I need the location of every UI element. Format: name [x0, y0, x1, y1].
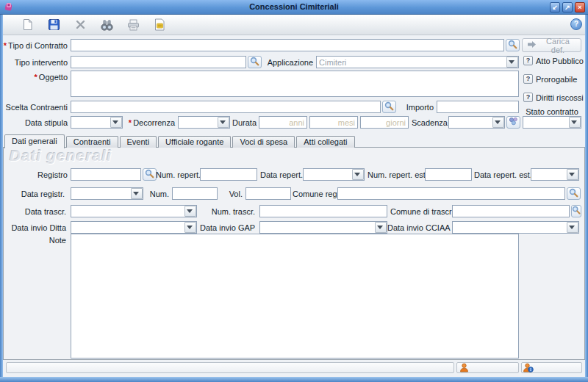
- stato-contratto-label: Stato contratto: [523, 107, 581, 116]
- oggetto-textarea[interactable]: [71, 71, 519, 97]
- vol-input[interactable]: [245, 187, 291, 200]
- data-invio-cciaa-input[interactable]: [452, 221, 579, 234]
- chevron-down-icon[interactable]: [569, 117, 581, 128]
- num-repert-label: Num. repert.: [156, 170, 197, 179]
- chevron-down-icon[interactable]: [375, 222, 387, 233]
- tab-ufficiale-rogante[interactable]: Ufficiale rogante: [158, 136, 231, 148]
- window-border-right: [585, 15, 588, 382]
- data-repert-combo[interactable]: [303, 168, 365, 181]
- delete-x-icon: [75, 19, 86, 32]
- comune-reg-label: Comune reg.: [293, 190, 334, 198]
- tab-atti-collegati[interactable]: Atti collegati: [296, 136, 354, 148]
- num-input[interactable]: [172, 187, 218, 200]
- stato-contratto-combo[interactable]: [523, 116, 581, 129]
- magnifier-icon: [250, 57, 259, 68]
- durata-mesi-input[interactable]: [309, 116, 358, 129]
- num-trascr-input[interactable]: [259, 205, 387, 217]
- panel-watermark: Dati generali: [10, 147, 112, 165]
- num-repert-input[interactable]: [200, 168, 257, 181]
- data-invio-cciaa-combo[interactable]: [452, 221, 579, 234]
- importo-input[interactable]: [437, 101, 519, 113]
- find-button[interactable]: [96, 17, 117, 35]
- chevron-down-icon[interactable]: [184, 222, 196, 233]
- scelta-contraenti-search-button[interactable]: [382, 101, 396, 113]
- data-registr-combo[interactable]: [71, 187, 143, 200]
- chevron-down-icon[interactable]: [567, 222, 578, 233]
- data-stipula-combo[interactable]: [71, 116, 123, 129]
- tab-bar: Dati generali Contraenti Eventi Ufficial…: [4, 135, 356, 148]
- minimize-button[interactable]: ↙: [550, 2, 560, 12]
- comune-reg-input[interactable]: [337, 187, 565, 200]
- decorrenza-combo[interactable]: [178, 116, 230, 129]
- help-icon[interactable]: ?: [570, 18, 582, 30]
- window-border-bottom: [0, 377, 588, 382]
- diritti-riscossi-label: Diritti riscossi: [536, 93, 584, 102]
- maximize-button[interactable]: ↗: [562, 2, 573, 12]
- save-icon: [48, 18, 60, 33]
- printer-icon: [127, 19, 140, 33]
- chevron-down-icon[interactable]: [184, 206, 196, 217]
- tab-dati-generali[interactable]: Dati generali: [4, 134, 65, 148]
- data-trascr-combo[interactable]: [71, 205, 197, 217]
- durata-anni-input[interactable]: [259, 116, 307, 129]
- chevron-down-icon[interactable]: [110, 117, 122, 128]
- chevron-down-icon[interactable]: [492, 117, 504, 128]
- prorogabile-checkbox[interactable]: ?: [523, 74, 533, 84]
- registro-search-button[interactable]: [143, 168, 157, 181]
- report-icon: [154, 18, 165, 33]
- chevron-down-icon[interactable]: [352, 169, 364, 180]
- tipo-contratto-input[interactable]: [71, 39, 504, 51]
- atto-pubblico-checkbox[interactable]: ?: [523, 56, 533, 65]
- tipo-intervento-search-button[interactable]: [248, 56, 262, 68]
- data-trascr-input[interactable]: [71, 205, 197, 217]
- new-document-icon: [21, 18, 34, 33]
- tab-voci-di-spesa[interactable]: Voci di spesa: [232, 136, 295, 148]
- delete-button[interactable]: [70, 17, 90, 35]
- carica-def-button: Carica def.: [522, 38, 581, 52]
- statusbar-user-cell[interactable]: [456, 362, 519, 373]
- required-marker: *: [4, 41, 7, 50]
- tipo-intervento-input[interactable]: [71, 56, 246, 68]
- applicazione-input: [316, 56, 519, 68]
- registro-label: Registro: [0, 170, 68, 179]
- data-trascr-label: Data trascr.: [0, 207, 66, 216]
- diritti-riscossi-checkbox[interactable]: ?: [523, 93, 533, 102]
- data-invio-gap-combo[interactable]: [259, 221, 387, 234]
- scadenza-combo[interactable]: [448, 116, 505, 129]
- magnifier-icon: [569, 188, 578, 200]
- data-repert-label: Data repert.: [260, 170, 300, 179]
- data-stipula-label: Data stipula: [0, 118, 68, 127]
- data-invio-ditta-input[interactable]: [71, 221, 197, 234]
- tipo-contratto-search-button[interactable]: [506, 39, 520, 51]
- compute-scadenza-button[interactable]: [506, 116, 520, 129]
- data-repert-est-combo[interactable]: [531, 168, 579, 181]
- scelta-contraenti-input[interactable]: [71, 101, 381, 113]
- data-invio-gap-input[interactable]: [259, 221, 387, 234]
- note-textarea[interactable]: [71, 234, 519, 358]
- binoculars-icon: [100, 19, 114, 33]
- comune-di-trascr-label: Comune di trascr.: [390, 207, 449, 216]
- tab-contraenti[interactable]: Contraenti: [66, 136, 118, 148]
- save-button[interactable]: [43, 17, 64, 35]
- statusbar-user-info-cell[interactable]: [521, 362, 582, 373]
- durata-giorni-input[interactable]: [360, 116, 409, 129]
- new-button[interactable]: [17, 17, 37, 35]
- num-repert-est-input[interactable]: [425, 168, 472, 181]
- report-button[interactable]: [149, 17, 170, 35]
- titlebar[interactable]: Concessioni Cimiteriali ↙ ↗ ×: [0, 0, 588, 15]
- close-button[interactable]: ×: [575, 2, 585, 12]
- magnifier-icon: [572, 206, 581, 217]
- comune-reg-search-button[interactable]: [567, 187, 581, 200]
- comune-di-trascr-input[interactable]: [452, 205, 570, 217]
- num-repert-est-label: Num. repert. est.: [368, 170, 422, 179]
- chevron-down-icon[interactable]: [131, 188, 143, 199]
- chevron-down-icon[interactable]: [218, 117, 229, 128]
- magnifier-icon: [508, 40, 517, 51]
- chevron-down-icon[interactable]: [567, 169, 578, 180]
- tab-eventi[interactable]: Eventi: [120, 136, 157, 148]
- registro-input[interactable]: [71, 168, 141, 181]
- print-button[interactable]: [123, 17, 143, 35]
- comune-di-trascr-search-button[interactable]: [571, 205, 581, 217]
- gears-icon: [509, 117, 518, 128]
- data-invio-ditta-combo[interactable]: [71, 221, 197, 234]
